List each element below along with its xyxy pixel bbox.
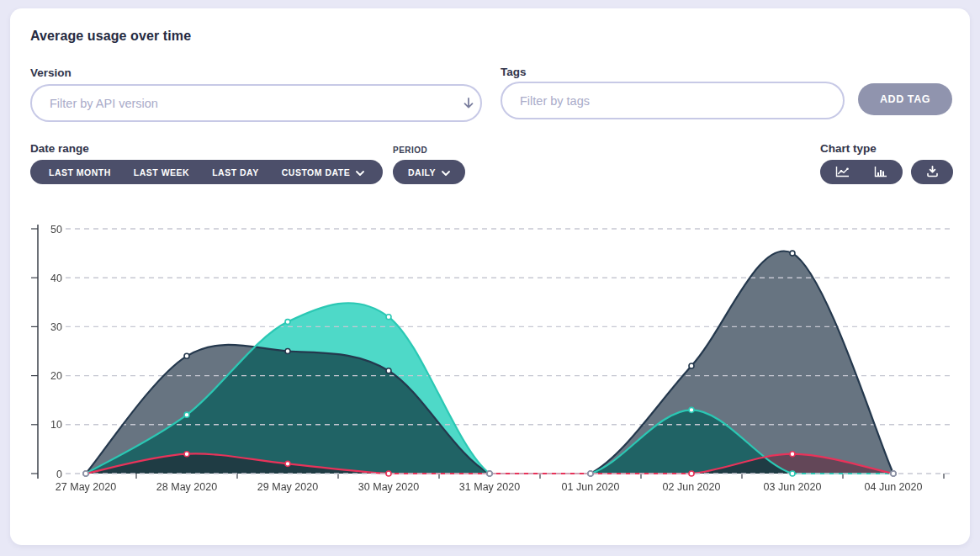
last-day-label: LAST DAY	[212, 167, 259, 177]
y-tick-label: 30	[50, 321, 62, 333]
period-label: PERIOD	[393, 146, 427, 155]
download-icon	[926, 166, 939, 179]
date-range-label: Date range	[30, 142, 89, 155]
tags-label: Tags	[501, 66, 527, 78]
chart-type-label: Chart type	[820, 142, 877, 155]
version-filter-input[interactable]	[30, 84, 482, 122]
period-dropdown[interactable]: DAILY	[393, 160, 465, 184]
usage-chart: 0102030405027 May 202028 May 202029 May …	[10, 219, 970, 509]
x-tick-label: 03 Jun 2020	[764, 481, 822, 493]
period-value: DAILY	[408, 167, 436, 177]
point-teal-series[interactable]	[689, 407, 694, 412]
custom-date-label: CUSTOM DATE	[282, 167, 351, 177]
point-teal-series[interactable]	[285, 320, 290, 325]
point-dark-series[interactable]	[790, 251, 795, 256]
point-dark-series[interactable]	[285, 349, 290, 354]
last-day-button[interactable]: LAST DAY	[212, 167, 259, 177]
chevron-down-icon	[442, 167, 450, 177]
point-teal-series[interactable]	[386, 315, 391, 320]
y-tick-label: 40	[50, 273, 62, 284]
point-red-series[interactable]	[689, 471, 694, 476]
x-tick-label: 27 May 2020	[56, 481, 116, 493]
point-red-series[interactable]	[790, 452, 795, 457]
x-tick-label: 28 May 2020	[156, 481, 217, 493]
last-week-label: LAST WEEK	[134, 167, 189, 177]
arrow-down-icon[interactable]	[462, 97, 475, 110]
point-red-series[interactable]	[83, 471, 88, 476]
y-tick-label: 20	[50, 370, 62, 382]
y-tick-label: 50	[50, 224, 62, 236]
usage-panel: Average usage over time Version Tags ADD…	[10, 8, 970, 545]
y-tick-label: 0	[56, 469, 62, 480]
point-red-series[interactable]	[891, 471, 896, 476]
line-chart-icon	[835, 166, 850, 179]
download-button-pill	[911, 160, 953, 184]
bar-chart-icon	[874, 166, 887, 179]
period-value-button[interactable]: DAILY	[408, 167, 450, 177]
point-dark-series[interactable]	[689, 363, 694, 368]
chevron-down-icon	[356, 167, 364, 177]
point-dark-series[interactable]	[184, 353, 189, 358]
x-tick-label: 31 May 2020	[459, 481, 520, 493]
point-red-series[interactable]	[386, 471, 391, 476]
point-red-series[interactable]	[184, 452, 189, 457]
point-teal-series[interactable]	[790, 471, 795, 476]
point-red-series[interactable]	[487, 471, 492, 476]
x-tick-label: 02 Jun 2020	[663, 481, 721, 493]
date-range-buttons: LAST MONTH LAST WEEK LAST DAY CUSTOM DAT…	[30, 160, 383, 184]
custom-date-button[interactable]: CUSTOM DATE	[282, 167, 365, 177]
chart-type-toggle	[820, 160, 903, 184]
point-red-series[interactable]	[588, 471, 593, 476]
point-red-series[interactable]	[285, 461, 290, 466]
tags-filter-input[interactable]	[501, 82, 845, 119]
point-dark-series[interactable]	[386, 368, 391, 373]
x-tick-label: 04 Jun 2020	[865, 481, 923, 493]
last-week-button[interactable]: LAST WEEK	[134, 167, 189, 177]
y-tick-label: 10	[50, 419, 62, 431]
x-tick-label: 30 May 2020	[358, 481, 419, 493]
version-label: Version	[30, 66, 72, 79]
download-button[interactable]	[914, 160, 951, 184]
line-chart-button[interactable]	[823, 160, 861, 184]
x-tick-label: 01 Jun 2020	[562, 481, 620, 493]
bar-chart-button[interactable]	[861, 160, 900, 184]
page-title: Average usage over time	[30, 29, 191, 44]
last-month-button[interactable]: LAST MONTH	[49, 167, 111, 177]
point-teal-series[interactable]	[184, 412, 189, 417]
last-month-label: LAST MONTH	[49, 167, 111, 177]
x-tick-label: 29 May 2020	[257, 481, 318, 493]
add-tag-button[interactable]: ADD TAG	[858, 83, 952, 115]
